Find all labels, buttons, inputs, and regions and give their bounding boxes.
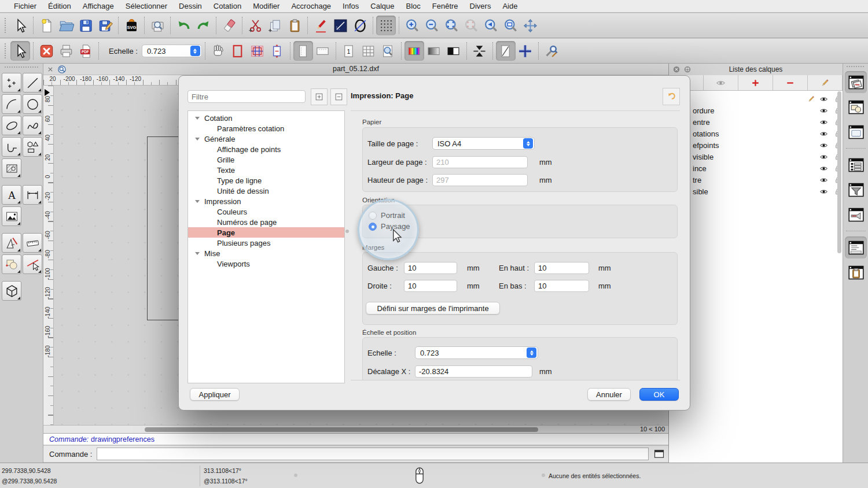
select-cursor-button[interactable] — [10, 16, 30, 35]
dimension-tool-button[interactable] — [23, 185, 42, 205]
print-preview-button[interactable] — [148, 16, 167, 35]
zoom-out-button[interactable] — [422, 16, 442, 35]
block-tool-button[interactable] — [2, 254, 21, 274]
menu-cotation[interactable]: Cotation — [208, 2, 247, 10]
clipboard-panel-button[interactable] — [845, 261, 867, 283]
shapes-tool-button[interactable] — [23, 137, 42, 157]
cancel-button[interactable]: Annuler — [587, 388, 631, 401]
tree-item-unite-de-dessin[interactable]: Unité de dessin — [188, 186, 344, 196]
en-haut-input[interactable]: 10 — [534, 262, 589, 274]
tree-item-plusieurs-pages[interactable]: Plusieurs pages — [188, 238, 344, 248]
tree-item-cotation[interactable]: Cotation — [188, 113, 344, 123]
page-borders-button[interactable] — [228, 41, 248, 61]
layer-row[interactable]: tre — [669, 175, 840, 186]
filter-panel-button[interactable] — [845, 179, 867, 201]
cut-button[interactable] — [245, 16, 265, 35]
select-cursor-button[interactable] — [10, 41, 30, 61]
select-entity-tool-button[interactable] — [23, 254, 42, 274]
tree-item-couleurs[interactable]: Couleurs — [188, 206, 344, 217]
tiled-pages-button[interactable] — [248, 41, 267, 61]
expand-all-button[interactable] — [311, 88, 328, 105]
menu-edition[interactable]: Édition — [42, 2, 77, 10]
chevron-down-icon[interactable] — [195, 200, 200, 203]
layer-row[interactable]: efpoints — [669, 140, 840, 151]
tree-item-texte[interactable]: Texte — [188, 165, 344, 175]
undo-button[interactable] — [174, 16, 193, 35]
layer-visible-eye-icon[interactable] — [819, 130, 828, 138]
grayscale-mode-button[interactable] — [424, 41, 444, 61]
menu-accrochage[interactable]: Accrochage — [285, 2, 337, 10]
filter-input[interactable] — [187, 90, 306, 103]
toolbar-drag-handle[interactable] — [5, 43, 6, 58]
measure-tool-button[interactable] — [23, 233, 42, 253]
droite-input[interactable]: 10 — [404, 280, 457, 292]
zoom-in-button[interactable] — [402, 16, 422, 35]
menu-divers[interactable]: Divers — [464, 2, 497, 10]
tree-item-parametres-cotation[interactable]: Paramètres cotation — [188, 123, 344, 134]
page-landscape-button[interactable] — [313, 41, 333, 61]
layers-panel-button[interactable] — [845, 71, 867, 93]
redo-button[interactable] — [193, 16, 213, 35]
properties-panel-button[interactable] — [845, 154, 867, 176]
svg-export-button[interactable]: SVG — [122, 16, 141, 35]
bw-mode-button[interactable] — [444, 41, 464, 61]
grid-pages-button[interactable] — [359, 41, 378, 61]
new-file-button[interactable] — [36, 16, 56, 35]
layer-visible-eye-icon[interactable] — [819, 176, 828, 184]
toolbar-scale-select[interactable]: 0.723 — [142, 45, 202, 57]
tree-item-affichage-de-points[interactable]: Affichage de points — [188, 144, 344, 154]
close-print-preview-button[interactable] — [36, 41, 56, 61]
menu-dessin[interactable]: Dessin — [173, 2, 208, 10]
layer-visible-eye-icon[interactable] — [819, 106, 828, 115]
tree-item-numeros-de-page[interactable]: Numéros de page — [188, 217, 344, 227]
collapse-all-button[interactable] — [330, 88, 347, 105]
decalage-x-input[interactable]: -20.8324 — [415, 365, 532, 378]
menu-fichier[interactable]: Fichier — [8, 2, 42, 10]
chevron-down-icon[interactable] — [195, 252, 200, 255]
save-file-button[interactable] — [76, 16, 95, 35]
selection-panel-button[interactable] — [845, 204, 867, 225]
layer-row[interactable]: entre — [669, 117, 840, 128]
layer-visible-eye-icon[interactable] — [819, 187, 828, 196]
palette-drag-handle[interactable] — [5, 66, 38, 68]
circle-tool-button[interactable] — [23, 94, 42, 114]
line-tool-button[interactable] — [330, 16, 350, 35]
zoom-auto-button[interactable] — [442, 16, 461, 35]
horizontal-scrollbar[interactable]: 10 < 100 — [43, 425, 668, 433]
zoom-page-button[interactable] — [378, 41, 398, 61]
points-tool-button[interactable] — [2, 73, 21, 93]
toolbar-drag-handle[interactable] — [5, 18, 6, 33]
layer-visible-eye-icon[interactable] — [819, 118, 828, 127]
color-mode-button[interactable] — [404, 41, 424, 61]
splitter-handle[interactable] — [345, 230, 349, 233]
echelle-select[interactable]: 0.723 — [415, 346, 538, 359]
spline-tool-button[interactable] — [23, 116, 42, 135]
line-segment-tool-button[interactable] — [23, 73, 42, 93]
hatch-tool-button[interactable] — [2, 158, 21, 178]
modify-tool-button[interactable] — [2, 233, 21, 253]
chevron-down-icon[interactable] — [195, 138, 200, 141]
panel-close-icon[interactable] — [672, 65, 681, 73]
page-portrait-button[interactable] — [293, 41, 313, 61]
tree-item-generale[interactable]: Générale — [188, 134, 344, 144]
printer-margins-button[interactable]: Défini sur marges de l'imprimante — [366, 302, 500, 315]
grid-dots-button[interactable] — [376, 16, 396, 35]
pen-button[interactable] — [311, 16, 330, 35]
ok-button[interactable]: OK — [639, 388, 679, 401]
layer-visible-eye-icon[interactable] — [819, 141, 828, 150]
layer-row[interactable]: visible — [669, 151, 840, 163]
zoom-previous-button[interactable] — [481, 16, 501, 35]
save-file-as-button[interactable] — [95, 16, 115, 35]
pan-button[interactable] — [520, 16, 540, 35]
layer-visible-eye-icon[interactable] — [819, 153, 828, 161]
layer-row[interactable]: ordure — [669, 105, 840, 117]
apply-button[interactable]: Appliquer — [190, 388, 240, 401]
chevron-down-icon[interactable] — [195, 117, 200, 120]
pdf-export-button[interactable]: PDF — [76, 41, 95, 61]
menu-fenetre[interactable]: Fenêtre — [426, 2, 464, 10]
open-file-button[interactable] — [56, 16, 76, 35]
layer-row[interactable]: otations — [669, 128, 840, 140]
text-tool-button[interactable]: A — [2, 185, 21, 205]
ellipse-tool-button[interactable] — [350, 16, 370, 35]
crosshair-button[interactable] — [516, 41, 535, 61]
